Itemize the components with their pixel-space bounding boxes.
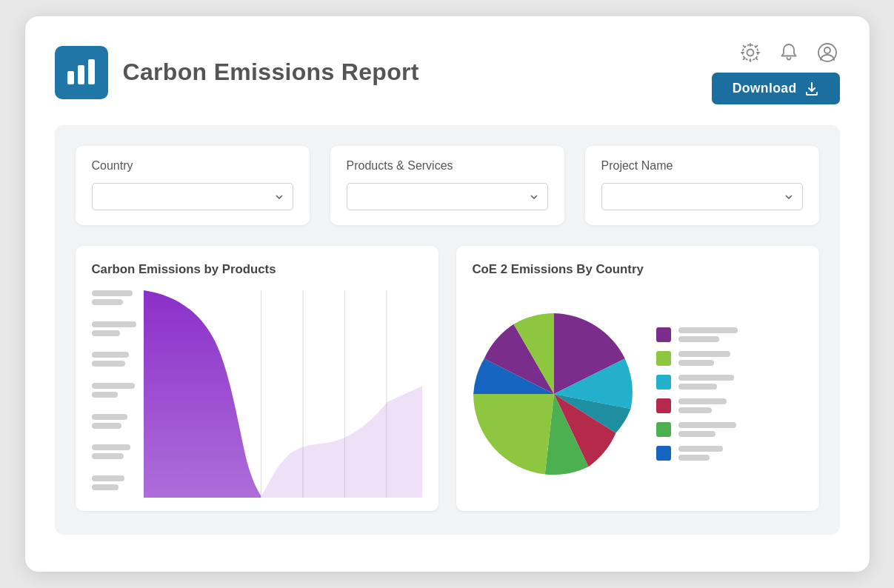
bar-label-line [92, 414, 127, 420]
bar-label-3 [92, 352, 136, 367]
svg-point-3 [747, 50, 753, 56]
bar-label-line [92, 361, 125, 367]
legend-color-3 [656, 375, 671, 390]
pie-svg-wrap [473, 313, 636, 475]
header-right: Download [712, 40, 840, 104]
filters-row: Country Products & Services Project Name [76, 146, 819, 225]
legend-color-5 [656, 422, 671, 437]
bar-label-line [92, 423, 121, 429]
settings-icon[interactable] [738, 40, 763, 65]
download-button[interactable]: Download [712, 73, 840, 104]
bar-label-6 [92, 444, 136, 459]
bell-icon[interactable] [776, 40, 801, 65]
country-filter-label: Country [92, 159, 293, 173]
bar-label-line [92, 383, 135, 389]
legend-color-6 [656, 446, 671, 461]
download-icon [804, 81, 819, 96]
bar-label-line [92, 352, 129, 358]
bar-chart-title: Carbon Emissions by Products [92, 262, 422, 277]
svg-point-6 [824, 47, 830, 53]
legend-item-1 [656, 327, 803, 342]
logo-box [55, 46, 108, 99]
bar-chart-graph [144, 290, 422, 498]
legend-lines-6 [678, 446, 803, 461]
svg-rect-1 [78, 65, 84, 84]
bar-label-line [92, 392, 118, 398]
legend-item-3 [656, 375, 803, 390]
pie-chart-svg [473, 313, 636, 475]
legend-item-5 [656, 422, 803, 437]
products-select[interactable] [347, 183, 548, 210]
header: Carbon Emissions Report [55, 40, 840, 104]
pie-chart-title: CoE 2 Emissions By Country [473, 262, 803, 277]
bar-label-5 [92, 414, 136, 429]
legend-color-1 [656, 327, 671, 342]
pie-legend [656, 327, 803, 461]
page-title: Carbon Emissions Report [123, 59, 419, 86]
bar-label-4 [92, 383, 136, 398]
bar-label-1 [92, 290, 136, 305]
user-icon[interactable] [815, 40, 840, 65]
bar-label-line [92, 290, 133, 296]
legend-lines-2 [678, 351, 803, 366]
bar-label-7 [92, 475, 136, 490]
bar-chart-area [92, 290, 422, 498]
bar-label-line [92, 475, 124, 481]
pie-chart-area [473, 290, 803, 498]
legend-lines-1 [678, 327, 803, 342]
pie-chart-card: CoE 2 Emissions By Country [456, 246, 819, 511]
main-panel: Country Products & Services Project Name [55, 125, 840, 535]
bar-label-line [92, 453, 124, 459]
bar-label-line [92, 330, 120, 336]
legend-lines-4 [678, 398, 803, 413]
header-icons [738, 40, 840, 65]
legend-item-4 [656, 398, 803, 413]
bar-label-line [92, 321, 136, 327]
legend-lines-3 [678, 375, 803, 390]
project-filter-label: Project Name [601, 159, 803, 173]
bar-label-line [92, 444, 130, 450]
legend-color-4 [656, 398, 671, 413]
bar-label-line [92, 484, 119, 490]
legend-color-2 [656, 351, 671, 366]
products-filter-card: Products & Services [330, 146, 564, 225]
bar-chart-labels [92, 290, 136, 498]
country-filter-card: Country [76, 146, 310, 225]
project-filter-card: Project Name [585, 146, 819, 225]
app-container: Carbon Emissions Report [25, 16, 870, 572]
legend-lines-5 [678, 422, 803, 437]
bar-label-2 [92, 321, 136, 336]
svg-rect-0 [67, 71, 74, 84]
header-left: Carbon Emissions Report [55, 46, 419, 99]
bar-label-line [92, 299, 123, 305]
svg-rect-2 [88, 59, 95, 84]
legend-item-2 [656, 351, 803, 366]
legend-item-6 [656, 446, 803, 461]
logo-icon [65, 56, 98, 89]
download-label: Download [733, 81, 797, 96]
country-select[interactable] [92, 183, 293, 210]
charts-row: Carbon Emissions by Products [76, 246, 819, 511]
products-filter-label: Products & Services [347, 159, 548, 173]
bar-chart-card: Carbon Emissions by Products [76, 246, 438, 511]
project-select[interactable] [601, 183, 803, 210]
